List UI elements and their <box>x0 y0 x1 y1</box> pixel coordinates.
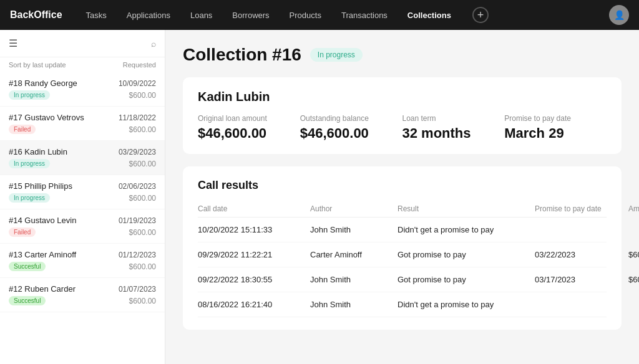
table-cell: 09/22/2022 18:30:55 <box>198 275 310 284</box>
main-content: Collection #16 In progress Kadin Lubin O… <box>165 30 639 364</box>
sidebar-item-name: #16 Kadin Lubin <box>9 147 67 156</box>
table-header-cell: Promise to pay date <box>535 204 628 213</box>
info-card: Kadin Lubin Original loan amount $46,600… <box>183 77 622 154</box>
info-metric: Loan term 32 months <box>402 114 505 141</box>
table-header-cell: Amount <box>628 204 639 213</box>
sidebar-item-date: 01/19/2023 <box>119 216 156 225</box>
table-header-cell: Result <box>398 204 535 213</box>
table-header-cell: Call date <box>198 204 310 213</box>
sidebar-item[interactable]: #15 Phillip Philips 02/06/2023 In progre… <box>0 175 165 209</box>
sidebar-item-name: #13 Carter Aminoff <box>9 250 76 259</box>
call-results-card: Call results Call dateAuthorResultPromis… <box>183 166 622 330</box>
table-cell: Carter Aminoff <box>310 250 398 259</box>
sidebar-item[interactable]: #16 Kadin Lubin 03/29/2023 In progress $… <box>0 141 165 175</box>
main-layout: ☰ ⌕ Sort by last update Requested #18 Ra… <box>0 30 639 364</box>
table-cell: 09/29/2022 11:22:21 <box>198 250 310 259</box>
table-cell: 03/17/2023 <box>535 275 628 284</box>
sidebar-item-date: 01/07/2023 <box>119 285 156 294</box>
sidebar-item-name: #14 Gustavo Levin <box>9 216 76 225</box>
sidebar-item[interactable]: #17 Gustavo Vetrovs 11/18/2022 Failed $6… <box>0 107 165 141</box>
nav-loans[interactable]: Loans <box>187 8 216 22</box>
metric-value: $46,600.00 <box>300 125 402 141</box>
metric-label: Loan term <box>402 114 505 123</box>
call-results-title: Call results <box>198 179 607 192</box>
search-icon[interactable]: ⌕ <box>151 39 156 49</box>
user-avatar[interactable]: 👤 <box>609 5 629 25</box>
table-body: 10/20/2022 15:11:33John SmithDidn't get … <box>198 218 607 317</box>
sidebar-item-amount: $600.00 <box>129 262 156 271</box>
page-title: Collection #16 <box>183 45 301 65</box>
sidebar-header: ☰ ⌕ <box>0 30 165 57</box>
nav-borrowers[interactable]: Borrowers <box>228 8 273 22</box>
col-label: Requested <box>123 61 156 69</box>
nav-products[interactable]: Products <box>286 8 325 22</box>
sidebar-item-name: #12 Ruben Carder <box>9 284 76 294</box>
sidebar-item-amount: $600.00 <box>129 194 156 203</box>
sidebar-item[interactable]: #14 Gustavo Levin 01/19/2023 Failed $600… <box>0 209 165 244</box>
sidebar: ☰ ⌕ Sort by last update Requested #18 Ra… <box>0 30 165 364</box>
nav-collections[interactable]: Collections <box>404 8 455 22</box>
sidebar-item[interactable]: #18 Randy George 10/09/2022 In progress … <box>0 72 165 107</box>
info-metric: Promise to pay date March 29 <box>504 114 607 141</box>
sidebar-item-badge: In progress <box>9 193 50 203</box>
sidebar-item-badge: In progress <box>9 90 50 100</box>
sidebar-item-name: #18 Randy George <box>9 79 77 88</box>
sidebar-item-date: 01/12/2023 <box>119 251 156 259</box>
info-metric: Outstanding balance $46,600.00 <box>300 114 402 141</box>
table-cell: John Smith <box>310 275 398 284</box>
table-cell: 10/20/2022 15:11:33 <box>198 225 310 234</box>
sidebar-item-badge: Succesful <box>9 296 46 305</box>
sidebar-item-amount: $600.00 <box>129 91 156 100</box>
sidebar-item[interactable]: #12 Ruben Carder 01/07/2023 Succesful $6… <box>0 278 165 312</box>
sidebar-item-amount: $600.00 <box>129 297 156 305</box>
sidebar-item-name: #15 Phillip Philips <box>9 181 72 191</box>
nav-transactions[interactable]: Transactions <box>338 8 391 22</box>
nav-tasks[interactable]: Tasks <box>82 8 110 22</box>
table-cell: Didn't get a promise to pay <box>398 300 535 309</box>
table-row: 10/20/2022 15:11:33John SmithDidn't get … <box>198 218 607 242</box>
table-row: 09/22/2022 18:30:55John SmithGot promise… <box>198 267 607 292</box>
metric-label: Outstanding balance <box>300 114 402 123</box>
sidebar-items-container: #18 Randy George 10/09/2022 In progress … <box>0 72 165 312</box>
page-header: Collection #16 In progress <box>183 45 622 65</box>
metric-value: $46,600.00 <box>198 125 300 141</box>
metric-label: Original loan amount <box>198 114 300 123</box>
sidebar-sort-row: Sort by last update Requested <box>0 57 165 72</box>
sidebar-item-name: #17 Gustavo Vetrovs <box>9 113 84 122</box>
sidebar-item-badge: Succesful <box>9 262 46 271</box>
table-cell: 08/16/2022 16:21:40 <box>198 300 310 309</box>
table-cell: 03/22/2023 <box>535 250 628 259</box>
info-metric: Original loan amount $46,600.00 <box>198 114 300 141</box>
borrower-name: Kadin Lubin <box>198 90 607 104</box>
sidebar-item-amount: $600.00 <box>129 228 156 237</box>
sidebar-item-badge: Failed <box>9 228 36 237</box>
metric-value: March 29 <box>504 125 607 141</box>
sidebar-item-amount: $600.00 <box>129 125 156 134</box>
filter-icon[interactable]: ☰ <box>9 37 17 49</box>
table-cell: $600.00 <box>628 275 639 284</box>
status-badge: In progress <box>310 48 363 62</box>
table-row: 09/29/2022 11:22:21Carter AminoffGot pro… <box>198 242 607 267</box>
metrics-row: Original loan amount $46,600.00 Outstand… <box>198 114 607 141</box>
sidebar-item-date: 02/06/2023 <box>119 182 156 191</box>
table-row: 08/16/2022 16:21:40John SmithDidn't get … <box>198 292 607 317</box>
sidebar-item-badge: In progress <box>9 159 50 168</box>
sidebar-item-amount: $600.00 <box>129 160 156 168</box>
sidebar-item-badge: Failed <box>9 125 36 134</box>
table-cell: Didn't get a promise to pay <box>398 225 535 234</box>
table-header: Call dateAuthorResultPromise to pay date… <box>198 201 607 218</box>
nav-links: Tasks Applications Loans Borrowers Produ… <box>82 7 599 23</box>
table-cell: $600.00 <box>628 250 639 259</box>
sidebar-item-date: 03/29/2023 <box>119 148 156 156</box>
metric-value: 32 months <box>402 125 505 141</box>
search-wrap: ⌕ <box>22 39 156 49</box>
table-header-cell: Author <box>310 204 398 213</box>
table-cell: John Smith <box>310 225 398 234</box>
sort-label: Sort by last update <box>9 61 66 69</box>
brand-logo[interactable]: BackOffice <box>10 9 62 21</box>
sidebar-item[interactable]: #13 Carter Aminoff 01/12/2023 Succesful … <box>0 244 165 278</box>
table-cell: Got promise to pay <box>398 275 535 284</box>
add-button[interactable]: + <box>472 7 489 23</box>
navbar: BackOffice Tasks Applications Loans Borr… <box>0 0 639 30</box>
nav-applications[interactable]: Applications <box>123 8 174 22</box>
